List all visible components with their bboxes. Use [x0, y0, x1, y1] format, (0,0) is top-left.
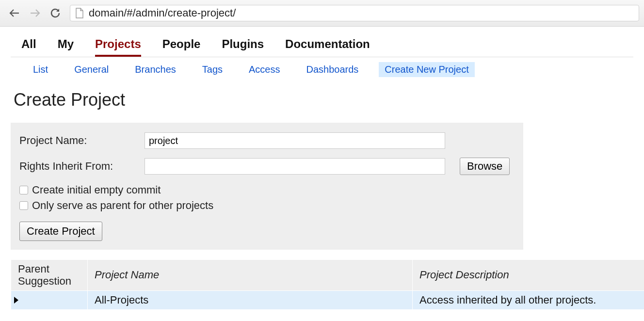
rights-inherit-label: Rights Inherit From:: [19, 160, 140, 173]
forward-icon: [29, 7, 41, 19]
header-project-description: Project Description: [413, 260, 644, 291]
tab-my[interactable]: My: [58, 37, 74, 57]
reload-icon[interactable]: [49, 7, 61, 19]
tab-all[interactable]: All: [21, 37, 36, 57]
tab-people[interactable]: People: [162, 37, 201, 57]
parent-suggestion-table: Parent Suggestion Project Name Project D…: [11, 259, 644, 310]
subtab-dashboards[interactable]: Dashboards: [301, 62, 365, 77]
tab-plugins[interactable]: Plugins: [222, 37, 264, 57]
url-bar[interactable]: domain/#/admin/create-project/: [70, 5, 639, 21]
create-project-button[interactable]: Create Project: [19, 222, 102, 241]
sub-tabs: List General Branches Tags Access Dashbo…: [11, 57, 633, 81]
parent-only-label: Only serve as parent for other projects: [32, 199, 213, 212]
back-icon[interactable]: [9, 7, 20, 19]
empty-commit-checkbox[interactable]: [19, 186, 28, 194]
rights-inherit-row: Rights Inherit From: Browse: [19, 158, 515, 175]
subtab-list[interactable]: List: [27, 62, 54, 77]
main-tabs: All My Projects People Plugins Documenta…: [11, 27, 633, 57]
subtab-access[interactable]: Access: [243, 62, 286, 77]
cell-project-description: Access inherited by all other projects.: [413, 290, 644, 309]
header-project-name: Project Name: [88, 260, 413, 291]
empty-commit-row: Create initial empty commit: [19, 184, 515, 196]
tab-projects[interactable]: Projects: [95, 37, 141, 57]
header-parent-suggestion: Parent Suggestion: [11, 260, 88, 291]
browse-button[interactable]: Browse: [460, 158, 510, 175]
expand-arrow-cell[interactable]: [11, 290, 88, 309]
browser-chrome: domain/#/admin/create-project/: [0, 0, 644, 27]
parent-only-checkbox[interactable]: [19, 201, 28, 210]
create-project-form: Project Name: Rights Inherit From: Brows…: [11, 123, 523, 250]
url-text: domain/#/admin/create-project/: [89, 7, 236, 19]
subtab-create-new-project[interactable]: Create New Project: [379, 62, 474, 77]
table-row[interactable]: All-Projects Access inherited by all oth…: [11, 290, 644, 309]
subtab-general[interactable]: General: [68, 62, 114, 77]
tab-documentation[interactable]: Documentation: [285, 37, 370, 57]
page-icon: [75, 8, 84, 18]
empty-commit-label: Create initial empty commit: [32, 184, 161, 196]
parent-only-row: Only serve as parent for other projects: [19, 199, 515, 212]
rights-inherit-input[interactable]: [145, 158, 445, 175]
page-body: All My Projects People Plugins Documenta…: [0, 27, 644, 310]
page-title: Create Project: [11, 81, 633, 123]
project-name-row: Project Name:: [19, 132, 515, 149]
project-name-input[interactable]: [145, 132, 445, 149]
browser-nav-icons: [5, 7, 65, 19]
cell-project-name: All-Projects: [88, 290, 413, 309]
subtab-tags[interactable]: Tags: [196, 62, 228, 77]
chevron-right-icon: [14, 297, 18, 304]
table-header-row: Parent Suggestion Project Name Project D…: [11, 260, 644, 291]
subtab-branches[interactable]: Branches: [129, 62, 182, 77]
project-name-label: Project Name:: [19, 134, 140, 147]
